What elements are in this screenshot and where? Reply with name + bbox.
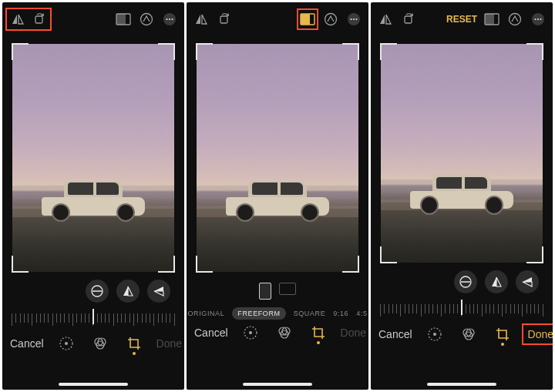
done-button[interactable]: Done xyxy=(525,328,553,340)
crop-canvas[interactable] xyxy=(12,44,174,272)
svg-point-39 xyxy=(433,333,436,336)
reset-button[interactable]: RESET xyxy=(442,14,482,25)
home-indicator[interactable] xyxy=(243,383,312,386)
svg-point-33 xyxy=(534,18,536,20)
vertical-perspective-icon[interactable] xyxy=(116,280,140,303)
active-dot xyxy=(317,341,320,344)
portrait-orientation[interactable] xyxy=(259,283,271,300)
svg-point-22 xyxy=(355,18,357,20)
crop-icon[interactable] xyxy=(126,335,143,352)
straighten-icon[interactable] xyxy=(86,280,109,303)
flip-horizontal-icon[interactable] xyxy=(9,11,26,28)
crop-handle-bl[interactable] xyxy=(196,256,213,273)
rotate-icon[interactable] xyxy=(31,11,48,28)
topbar-left xyxy=(377,11,417,28)
landscape-orientation[interactable] xyxy=(279,283,296,295)
more-icon[interactable] xyxy=(345,11,362,28)
crop-handle-br[interactable] xyxy=(342,256,359,273)
crop-icon[interactable] xyxy=(310,324,327,341)
crop-handle-bl[interactable] xyxy=(380,246,397,263)
photo-preview xyxy=(197,44,358,272)
vertical-perspective-icon[interactable] xyxy=(485,270,508,293)
topbar xyxy=(2,2,184,36)
mode-icons xyxy=(426,326,511,343)
crop-handle-br[interactable] xyxy=(158,256,175,273)
svg-point-21 xyxy=(353,18,355,20)
flip-horizontal-icon[interactable] xyxy=(193,11,210,28)
active-dot xyxy=(501,343,504,346)
cancel-button[interactable]: Cancel xyxy=(10,337,44,350)
crop-handle-tr[interactable] xyxy=(342,43,359,60)
filters-icon[interactable] xyxy=(276,324,293,341)
markup-icon[interactable] xyxy=(322,11,339,28)
mode-icons xyxy=(242,324,327,341)
crop-canvas[interactable] xyxy=(197,44,358,272)
phone-panel-2: ORIGINAL FREEFORM SQUARE 9:16 4:5 Cancel xyxy=(187,2,368,390)
svg-point-34 xyxy=(537,18,539,20)
cancel-button[interactable]: Cancel xyxy=(378,328,412,340)
ruler-center-mark xyxy=(461,300,462,315)
highlight-flip-rotate xyxy=(5,8,52,31)
rotate-icon[interactable] xyxy=(216,11,233,28)
topbar-right xyxy=(115,11,178,28)
aspect-ratio-icon[interactable] xyxy=(483,11,500,28)
markup-icon[interactable] xyxy=(138,11,155,28)
svg-rect-17 xyxy=(301,14,310,25)
aspect-square[interactable]: SQUARE xyxy=(294,310,326,317)
aspect-original[interactable]: ORIGINAL xyxy=(188,310,225,317)
crop-handle-br[interactable] xyxy=(526,246,543,263)
aspect-4-5[interactable]: 4:5 xyxy=(356,310,367,317)
adjust-icon[interactable] xyxy=(58,335,75,352)
topbar xyxy=(187,2,368,36)
cancel-button[interactable]: Cancel xyxy=(194,327,228,339)
aspect-ratio-options: ORIGINAL FREEFORM SQUARE 9:16 4:5 xyxy=(187,307,368,320)
crop-icon[interactable] xyxy=(494,326,511,343)
svg-point-20 xyxy=(350,18,352,20)
home-indicator[interactable] xyxy=(59,383,128,386)
highlight-aspect-ratio xyxy=(297,8,318,30)
flip-horizontal-icon[interactable] xyxy=(377,11,394,28)
filters-icon[interactable] xyxy=(460,326,477,343)
aspect-ratio-icon[interactable] xyxy=(115,11,132,28)
straighten-icon[interactable] xyxy=(454,270,477,293)
markup-icon[interactable] xyxy=(506,11,523,28)
svg-rect-2 xyxy=(116,14,126,25)
aspect-9-16[interactable]: 9:16 xyxy=(333,310,348,317)
crop-handle-bl[interactable] xyxy=(12,256,29,273)
adjust-icon[interactable] xyxy=(242,324,259,341)
rotate-icon[interactable] xyxy=(400,11,417,28)
aspect-freeform[interactable]: FREEFORM xyxy=(232,307,285,320)
home-indicator[interactable] xyxy=(427,383,496,386)
bottombar: Cancel Done xyxy=(187,320,368,341)
straighten-tools xyxy=(371,263,553,297)
angle-ruler[interactable] xyxy=(371,298,553,321)
aspect-ratio-icon[interactable] xyxy=(299,11,316,28)
photo-preview xyxy=(12,44,174,272)
filters-icon[interactable] xyxy=(92,335,109,352)
phone-panel-1: Cancel Done xyxy=(2,2,184,390)
svg-rect-28 xyxy=(405,16,412,23)
more-icon[interactable] xyxy=(161,11,178,28)
topbar-right xyxy=(299,11,362,28)
straighten-tools xyxy=(2,272,184,306)
done-button: Done xyxy=(341,327,366,339)
svg-rect-15 xyxy=(220,16,227,23)
crop-handle-tr[interactable] xyxy=(158,43,175,60)
horizontal-perspective-icon[interactable] xyxy=(147,280,170,303)
photo-preview xyxy=(381,44,543,263)
crop-handle-tl[interactable] xyxy=(380,43,397,60)
crop-handle-tr[interactable] xyxy=(526,43,543,60)
crop-handle-tl[interactable] xyxy=(196,43,213,60)
crop-canvas[interactable] xyxy=(381,44,543,263)
mode-icons xyxy=(58,335,143,352)
svg-point-35 xyxy=(540,18,541,20)
svg-rect-30 xyxy=(485,14,494,25)
done-button: Done xyxy=(156,337,182,350)
angle-ruler[interactable] xyxy=(2,307,184,330)
svg-point-11 xyxy=(65,342,68,345)
more-icon[interactable] xyxy=(530,11,547,28)
bottombar: Cancel Done xyxy=(2,330,184,352)
horizontal-perspective-icon[interactable] xyxy=(516,270,539,293)
crop-handle-tl[interactable] xyxy=(12,43,29,60)
adjust-icon[interactable] xyxy=(426,326,443,343)
